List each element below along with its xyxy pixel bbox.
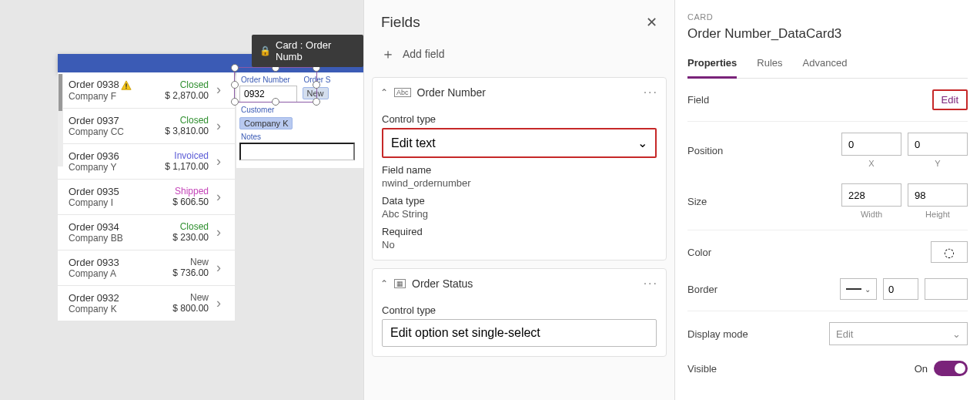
order-number: Order 0937 [69, 115, 155, 126]
gallery-scrollbar-thumb[interactable] [59, 74, 62, 111]
position-x-input[interactable] [841, 133, 901, 156]
visible-label: Visible [687, 363, 717, 375]
chevron-right-icon: › [212, 295, 226, 311]
chevron-up-icon: ⌃ [380, 278, 388, 289]
order-price: $ 736.00 [155, 267, 209, 278]
company-name: Company BB [69, 233, 155, 244]
tab-rules[interactable]: Rules [757, 52, 782, 78]
list-item[interactable]: Order 0937Company CCClosed$ 3,810.00› [58, 109, 235, 144]
field-group-header[interactable]: ⌃ Abc Order Number ··· [373, 78, 666, 107]
size-width-input[interactable] [841, 183, 901, 207]
chevron-right-icon: › [212, 260, 226, 276]
control-type-select[interactable]: Edit option set single-select [382, 319, 657, 347]
company-name: Company A [69, 268, 155, 279]
chevron-right-icon: › [212, 82, 226, 98]
chevron-right-icon: › [212, 118, 226, 134]
company-name: Company CC [69, 126, 155, 137]
field-name-label: Field name [382, 164, 657, 176]
customer-label: Customer [239, 103, 360, 116]
abc-type-icon: Abc [382, 208, 399, 220]
visible-on-text: On [915, 363, 928, 375]
border-line-icon [846, 288, 861, 290]
order-gallery[interactable]: Order 0938Company FClosed$ 2,870.00›Orde… [58, 72, 235, 321]
more-icon[interactable]: ··· [644, 277, 658, 291]
border-width-input[interactable] [883, 278, 918, 300]
status-badge: New [155, 257, 209, 267]
chevron-down-icon: ⌄ [952, 328, 961, 340]
color-picker-button[interactable]: ◌ [931, 241, 968, 263]
warning-icon [121, 80, 132, 91]
selection-handles[interactable] [234, 67, 317, 103]
order-price: $ 800.00 [155, 303, 209, 314]
list-item[interactable]: Order 0934Company BBClosed$ 230.00› [58, 215, 235, 250]
border-color-picker[interactable] [925, 278, 968, 300]
design-canvas: 🔒 Card : Order Numb Order 0938Company FC… [0, 0, 363, 400]
list-item[interactable]: Order 0938Company FClosed$ 2,870.00› [58, 72, 235, 109]
field-name-value: nwind_ordernumber [382, 177, 657, 189]
order-price: $ 606.50 [155, 197, 209, 207]
field-group-header[interactable]: ⌃ ▦ Order Status ··· [373, 269, 666, 298]
chevron-up-icon: ⌃ [380, 87, 388, 98]
more-icon[interactable]: ··· [644, 86, 658, 99]
color-picker-icon: ◌ [944, 245, 955, 260]
lock-icon: 🔒 [259, 45, 271, 56]
order-number: Order 0938 [69, 79, 155, 91]
display-mode-select[interactable]: Edit ⌄ [829, 322, 968, 345]
edit-field-link[interactable]: Edit [932, 89, 968, 110]
chevron-right-icon: › [212, 153, 226, 170]
border-label: Border [687, 284, 717, 295]
list-item[interactable]: Order 0936Company YInvoiced$ 1,170.00› [58, 144, 235, 180]
notes-input[interactable] [239, 143, 355, 160]
customer-chip[interactable]: Company K [239, 117, 293, 129]
company-name: Company Y [69, 162, 155, 173]
plus-icon: ＋ [381, 45, 395, 63]
selected-card-tooltip: 🔒 Card : Order Numb [252, 35, 363, 67]
data-type-label: Data type [382, 195, 657, 207]
chevron-right-icon: › [212, 189, 226, 205]
field-group-title: Order Status [412, 277, 637, 290]
status-badge: Closed [155, 79, 209, 90]
border-style-select[interactable]: ⌄ [840, 278, 877, 300]
grid-type-icon: ▦ [394, 279, 406, 288]
chevron-down-icon: ⌄ [637, 136, 647, 150]
y-axis-label: Y [935, 159, 940, 168]
size-label: Size [687, 196, 707, 207]
field-row-label: Field [687, 94, 709, 106]
notes-label: Notes [239, 129, 360, 143]
list-item[interactable]: Order 0932Company KNew$ 800.00› [58, 286, 235, 321]
order-number: Order 0933 [69, 257, 155, 268]
chevron-right-icon: › [212, 224, 226, 240]
add-field-button[interactable]: ＋ Add field [364, 39, 674, 77]
height-label: Height [925, 210, 950, 219]
visible-toggle[interactable] [934, 361, 968, 376]
company-name: Company I [69, 197, 155, 208]
field-group-order-status: ⌃ ▦ Order Status ··· Control type Edit o… [372, 268, 667, 357]
order-number: Order 0936 [69, 150, 155, 162]
status-badge: Closed [155, 115, 209, 126]
tab-advanced[interactable]: Advanced [803, 52, 848, 78]
close-icon[interactable]: ✕ [646, 14, 657, 31]
list-item[interactable]: Order 0933Company ANew$ 736.00› [58, 250, 235, 286]
fields-panel-title: Fields [381, 14, 420, 31]
status-badge: Shipped [155, 186, 209, 197]
card-name-title: Order Number_DataCard3 [687, 22, 968, 52]
display-mode-label: Display mode [687, 328, 748, 340]
card-category-label: CARD [687, 0, 968, 22]
control-type-label: Control type [382, 304, 657, 316]
size-height-input[interactable] [908, 183, 968, 207]
control-type-select[interactable]: Edit text ⌄ [382, 128, 657, 158]
gallery-scrollbar[interactable] [58, 74, 63, 166]
order-price: $ 1,170.00 [155, 161, 209, 172]
tab-properties[interactable]: Properties [687, 52, 737, 79]
x-axis-label: X [868, 159, 874, 168]
properties-panel: CARD Order Number_DataCard3 Properties R… [674, 0, 980, 400]
list-item[interactable]: Order 0935Company IShipped$ 606.50› [58, 180, 235, 215]
data-type-value: Abc String [382, 208, 657, 220]
position-label: Position [687, 145, 723, 156]
svg-rect-2 [125, 87, 126, 88]
position-y-input[interactable] [908, 133, 968, 156]
status-badge: Invoiced [155, 150, 209, 161]
status-badge: New [155, 292, 209, 303]
company-name: Company F [69, 91, 155, 102]
order-number: Order 0934 [69, 221, 155, 233]
